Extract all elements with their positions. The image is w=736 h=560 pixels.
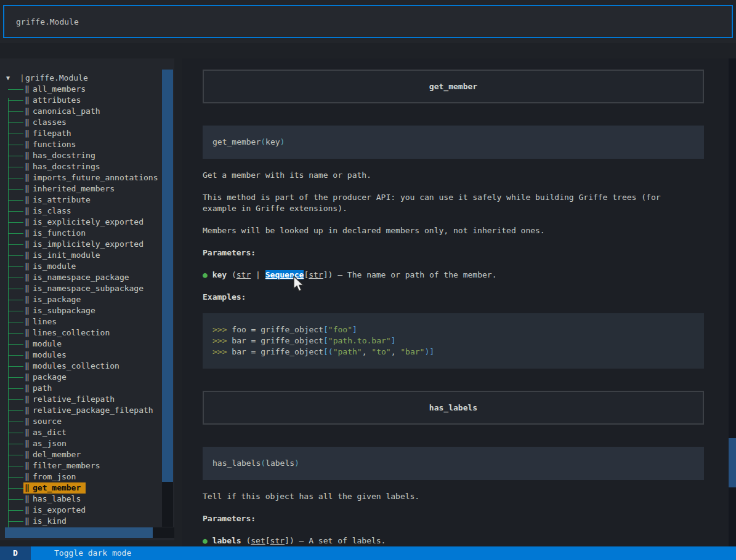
paragraph: Tell if this object has all the given la…	[203, 491, 675, 502]
text-token: "path.to.bar"	[328, 336, 391, 345]
tree-item-label: path	[33, 383, 52, 394]
expand-arrow-icon[interactable]: ▼	[6, 73, 20, 84]
text-token: |	[251, 270, 265, 279]
tree-item-as_json[interactable]: ‖as_json	[0, 438, 174, 449]
doc-content: get_memberget_member(key)Get a member wi…	[203, 58, 704, 546]
tree-item-imports_future_annotations[interactable]: ‖imports_future_annotations	[0, 172, 174, 183]
tree-item-lines[interactable]: ‖lines	[0, 316, 174, 327]
tree-branch-line	[8, 366, 23, 367]
sidebar-horizontal-scrollbar-track[interactable]	[5, 527, 174, 538]
tree-item-classes[interactable]: ‖classes	[0, 117, 174, 128]
tree-item-inherited_members[interactable]: ‖inherited_members	[0, 183, 174, 194]
tree-branch-line	[8, 311, 23, 311]
tree-item-filter_members[interactable]: ‖filter_members	[0, 460, 174, 471]
bullet-icon: ●	[203, 536, 212, 545]
tree-item-has_docstrings[interactable]: ‖has_docstrings	[0, 161, 174, 172]
member-icon: ‖	[23, 427, 33, 438]
tree-item-as_dict[interactable]: ‖as_dict	[0, 427, 174, 438]
text-token: "to"	[371, 347, 390, 356]
footer-keybinding-dark-mode[interactable]: D Toggle dark mode	[0, 546, 736, 560]
member-icon: ‖	[23, 239, 33, 250]
tree-item-label: modules_collection	[33, 361, 119, 372]
member-icon: ‖	[23, 338, 33, 350]
tree-item-is_namespace_package[interactable]: ‖is_namespace_package	[0, 272, 174, 283]
tree-item-modules[interactable]: ‖modules	[0, 350, 174, 361]
tree-item-path[interactable]: ‖path	[0, 383, 174, 394]
tree-item-is_subpackage[interactable]: ‖is_subpackage	[0, 305, 174, 316]
type-link[interactable]: str	[237, 270, 251, 279]
tree-item-is_attribute[interactable]: ‖is_attribute	[0, 194, 174, 206]
member-icon: ‖	[23, 460, 33, 471]
tree-item-label: all_members	[33, 84, 86, 95]
tree-item-label: is_explicitely_exported	[33, 217, 144, 228]
tree-item-relative_package_filepath[interactable]: ‖relative_package_filepath	[0, 405, 174, 416]
text-token: (	[227, 270, 237, 279]
tree-item-label: is_function	[33, 228, 86, 239]
tree-item-label: functions	[33, 139, 76, 150]
type-link[interactable]: str	[270, 536, 285, 545]
tree-item-package[interactable]: ‖package	[0, 372, 174, 383]
tree-item-del_member[interactable]: ‖del_member	[0, 449, 174, 460]
tree-item-lines_collection[interactable]: ‖lines_collection	[0, 327, 174, 338]
text-token: (	[261, 458, 265, 469]
tree-item-has_docstring[interactable]: ‖has_docstring	[0, 150, 174, 161]
code-line: >>> foo = griffe_object["foo"]	[212, 324, 704, 335]
member-icon: ‖	[23, 294, 33, 305]
text-token: [	[323, 336, 328, 345]
tree-item-root[interactable]: ▼|griffe.Module	[0, 73, 174, 84]
text-token: labels	[212, 536, 241, 545]
tree-item-label: is_namespace_package	[33, 272, 129, 283]
tree-item-label: has_labels	[33, 494, 81, 505]
tree-item-is_package[interactable]: ‖is_package	[0, 294, 174, 305]
text-token: ,	[391, 347, 401, 356]
code-line: >>> bar = griffe_object["path.to.bar"]	[212, 335, 704, 346]
tree-item-is_class[interactable]: ‖is_class	[0, 206, 174, 217]
member-icon: ‖	[23, 272, 33, 283]
tree-item-functions[interactable]: ‖functions	[0, 139, 174, 150]
tree-item-from_json[interactable]: ‖from_json	[0, 471, 174, 482]
tree-item-has_labels[interactable]: ‖has_labels	[0, 494, 174, 505]
sidebar-horizontal-scrollbar-thumb[interactable]	[5, 527, 153, 538]
search-input[interactable]	[3, 5, 733, 38]
sidebar-vertical-scrollbar-thumb[interactable]	[162, 70, 173, 482]
tree-root-label: griffe.Module	[25, 73, 88, 84]
tree-branch-line	[8, 499, 23, 500]
tree-item-all_members[interactable]: ‖all_members	[0, 84, 174, 95]
type-link[interactable]: str	[309, 270, 323, 279]
tree-item-is_kind[interactable]: ‖is_kind	[0, 516, 174, 527]
tree-item-label: as_json	[33, 438, 67, 449]
tree-item-label: as_dict	[33, 427, 67, 438]
type-link-hovered[interactable]: Sequence	[265, 270, 304, 279]
tree-item-canonical_path[interactable]: ‖canonical_path	[0, 106, 174, 117]
field-label: Parameters:	[203, 513, 704, 524]
tree-item-relative_filepath[interactable]: ‖relative_filepath	[0, 394, 174, 405]
tree-item-get_member[interactable]: ‖get_member	[0, 482, 174, 494]
tree-item-is_function[interactable]: ‖is_function	[0, 228, 174, 239]
type-link[interactable]: set	[251, 536, 265, 545]
tree-item-modules_collection[interactable]: ‖modules_collection	[0, 361, 174, 372]
tree-branch-line	[8, 289, 23, 289]
tree-item-is_init_module[interactable]: ‖is_init_module	[0, 250, 174, 261]
tree-item-source[interactable]: ‖source	[0, 416, 174, 427]
tree-item-label: modules	[33, 350, 67, 361]
member-icon: ‖	[23, 383, 33, 394]
sidebar-vertical-scrollbar-track[interactable]	[162, 70, 173, 527]
tree-branch-line	[8, 167, 23, 167]
member-icon: ‖	[23, 128, 33, 139]
text-token: ,	[362, 347, 372, 356]
tree-item-label: filepath	[33, 128, 71, 139]
tree-item-is_module[interactable]: ‖is_module	[0, 261, 174, 272]
main-vertical-scrollbar-thumb[interactable]	[729, 438, 736, 487]
text-token: key	[212, 270, 227, 279]
tree-item-is_exported[interactable]: ‖is_exported	[0, 505, 174, 516]
tree-item-attributes[interactable]: ‖attributes	[0, 95, 174, 106]
tree-branch-line	[8, 399, 23, 400]
tree-branch-line	[8, 145, 23, 145]
member-icon: ‖	[23, 206, 33, 217]
tree-item-is_namespace_subpackage[interactable]: ‖is_namespace_subpackage	[0, 283, 174, 294]
tree-item-module[interactable]: ‖module	[0, 338, 174, 350]
tree-item-is_implicitely_exported[interactable]: ‖is_implicitely_exported	[0, 239, 174, 250]
tree-item-is_explicitely_exported[interactable]: ‖is_explicitely_exported	[0, 217, 174, 228]
main-vertical-scrollbar-track[interactable]	[729, 58, 736, 546]
tree-item-filepath[interactable]: ‖filepath	[0, 128, 174, 139]
